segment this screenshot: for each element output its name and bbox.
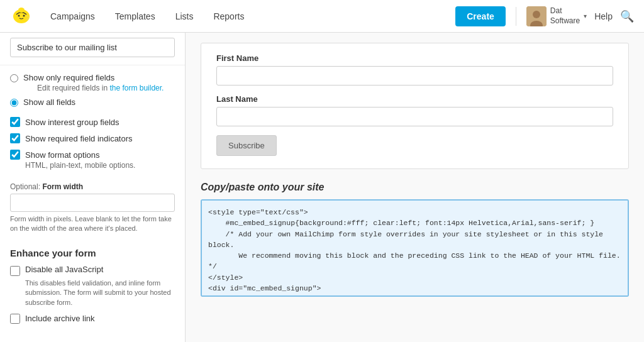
nav-templates[interactable]: Templates bbox=[105, 0, 165, 33]
radio-required-fields: Show only required fields Edit required … bbox=[10, 73, 175, 92]
radio-required-label[interactable]: Show only required fields bbox=[23, 73, 114, 82]
first-name-input[interactable] bbox=[216, 66, 613, 86]
display-options-section: Show only required fields Edit required … bbox=[0, 65, 185, 182]
code-textarea[interactable]: <style type="text/css"> #mc_embed_signup… bbox=[201, 199, 629, 297]
svg-point-2 bbox=[18, 15, 20, 17]
optional-label: Optional: Form width bbox=[10, 182, 175, 191]
form-width-title: Form width bbox=[42, 182, 83, 191]
form-width-hint: Form width in pixels. Leave blank to let… bbox=[10, 214, 175, 234]
checkbox-interest-input[interactable] bbox=[10, 117, 20, 127]
top-navigation: Campaigns Templates Lists Reports Create… bbox=[0, 0, 644, 33]
chevron-down-icon: ▾ bbox=[584, 13, 587, 19]
copy-paste-title: Copy/paste onto your site bbox=[201, 182, 629, 193]
enhance-title: Enhance your form bbox=[10, 248, 175, 258]
archive-link-input[interactable] bbox=[10, 314, 20, 324]
radio-all-fields-input[interactable] bbox=[10, 99, 18, 107]
radio-required-fields-input[interactable] bbox=[10, 74, 18, 82]
checkbox-required-indicators: Show required field indicators bbox=[10, 133, 175, 143]
checkbox-format-input[interactable] bbox=[10, 150, 20, 160]
format-sublabel: HTML, plain-text, mobile options. bbox=[25, 161, 175, 170]
enhance-section: Enhance your form Disable all JavaScript… bbox=[0, 241, 185, 330]
help-link[interactable]: Help bbox=[594, 11, 613, 21]
checkbox-interest-label[interactable]: Show interest group fields bbox=[25, 118, 119, 127]
checkbox-format-label[interactable]: Show format options bbox=[25, 150, 100, 160]
checkbox-required-indicators-label[interactable]: Show required field indicators bbox=[25, 134, 133, 143]
checkbox-required-indicators-input[interactable] bbox=[10, 133, 20, 143]
copy-paste-section: Copy/paste onto your site <style type="t… bbox=[201, 182, 629, 299]
disable-js-label[interactable]: Disable all JavaScript bbox=[25, 265, 103, 274]
subscribe-title-input[interactable] bbox=[10, 38, 175, 57]
main-layout: Show only required fields Edit required … bbox=[0, 33, 644, 342]
user-name-label: Dat Software bbox=[550, 6, 580, 26]
form-width-section: Optional: Form width Form width in pixel… bbox=[0, 182, 185, 241]
nav-divider bbox=[516, 7, 516, 26]
subscribe-input-wrap bbox=[0, 33, 185, 65]
form-width-input[interactable] bbox=[10, 194, 175, 212]
svg-point-3 bbox=[23, 15, 25, 17]
user-menu[interactable]: Dat Software ▾ bbox=[526, 6, 587, 26]
subscribe-button[interactable]: Subscribe bbox=[216, 135, 277, 156]
last-name-label: Last Name bbox=[216, 94, 613, 104]
disable-js-option: Disable all JavaScript bbox=[10, 265, 175, 276]
last-name-input[interactable] bbox=[216, 107, 613, 126]
topnav-right: Create Dat Software ▾ Help 🔍 bbox=[455, 6, 634, 26]
nav-links: Campaigns Templates Lists Reports bbox=[40, 0, 455, 33]
radio-all-fields: Show all fields bbox=[10, 97, 175, 107]
avatar bbox=[526, 6, 547, 26]
disable-js-input[interactable] bbox=[10, 266, 20, 276]
search-icon[interactable]: 🔍 bbox=[620, 9, 634, 23]
first-name-label: First Name bbox=[216, 53, 613, 63]
radio-required-sublabel: Edit required fields in the form builder… bbox=[37, 84, 164, 92]
form-builder-link[interactable]: the form builder. bbox=[109, 84, 164, 92]
svg-point-4 bbox=[18, 8, 25, 13]
checkbox-interest-group: Show interest group fields bbox=[10, 117, 175, 127]
nav-lists[interactable]: Lists bbox=[165, 0, 204, 33]
create-button[interactable]: Create bbox=[455, 6, 506, 26]
svg-point-6 bbox=[533, 11, 540, 18]
form-preview: First Name Last Name Subscribe bbox=[201, 43, 629, 169]
disable-js-desc: This disables field validation, and inli… bbox=[25, 279, 175, 307]
archive-link-label[interactable]: Include archive link bbox=[25, 314, 95, 323]
radio-all-label[interactable]: Show all fields bbox=[23, 97, 75, 107]
archive-option: Include archive link bbox=[10, 314, 175, 324]
right-panel: First Name Last Name Subscribe Copy/past… bbox=[186, 33, 644, 342]
left-panel: Show only required fields Edit required … bbox=[0, 33, 186, 342]
nav-campaigns[interactable]: Campaigns bbox=[40, 0, 105, 33]
logo bbox=[10, 4, 33, 28]
checkbox-format-options: Show format options bbox=[10, 150, 175, 160]
nav-reports[interactable]: Reports bbox=[203, 0, 254, 33]
